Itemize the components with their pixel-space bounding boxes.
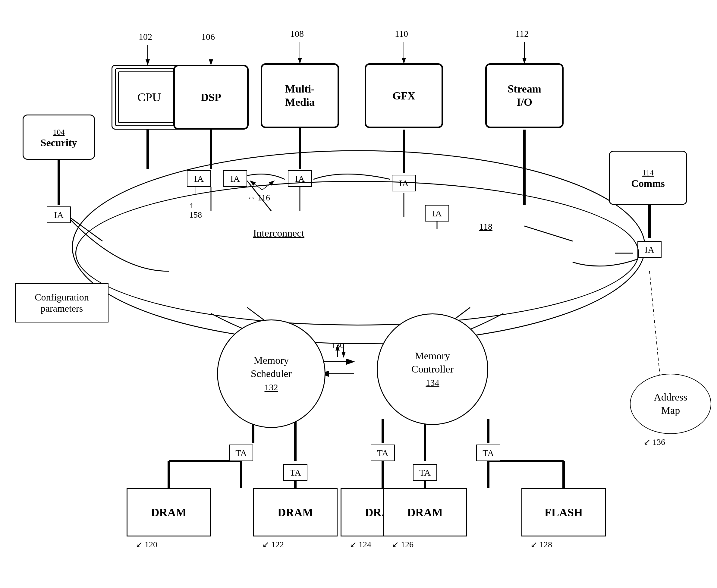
label-124: ↙ 124	[350, 540, 371, 549]
multimedia-box: Multi-Media	[261, 63, 339, 128]
ta-3: TA	[371, 444, 395, 461]
security-box: 104 Security	[23, 114, 95, 160]
label-102: 102	[139, 31, 152, 42]
cpu-box: CPU	[118, 71, 180, 123]
label-128: ↙ 128	[530, 540, 552, 549]
label-112: 112	[515, 29, 529, 39]
ta-1: TA	[229, 444, 253, 461]
flash-box: FLASH	[521, 488, 606, 537]
label-120: ↙ 120	[135, 540, 157, 549]
gfx-box: GFX	[365, 63, 443, 128]
label-106: 106	[201, 31, 215, 42]
ta-4: TA	[413, 464, 437, 481]
ia-dsp-mm: IA	[223, 170, 247, 187]
ia-comms: IA	[637, 241, 661, 258]
label-110: 110	[395, 29, 408, 39]
ia-cpu-dsp: IA	[187, 170, 211, 187]
label-126: ↙ 126	[392, 540, 414, 549]
dram-4-box: DRAM	[383, 488, 467, 537]
label-118: 118	[479, 222, 492, 232]
interconnect-cloud	[75, 181, 639, 326]
ta-5: TA	[476, 444, 500, 461]
dsp-box: DSP	[173, 65, 249, 130]
memory-controller-node: MemoryController134	[377, 313, 488, 425]
stream-io-box: StreamI/O	[485, 63, 564, 128]
label-130: 130	[332, 340, 344, 350]
label-136: ↙ 136	[644, 437, 665, 447]
dram-2-box: DRAM	[253, 488, 338, 537]
interconnect-label: Interconnect	[253, 228, 304, 239]
address-map-node: AddressMap	[630, 374, 711, 434]
label-122: ↙ 122	[262, 540, 284, 549]
dram-1-box: DRAM	[127, 488, 211, 537]
label-108: 108	[290, 29, 304, 39]
ta-2: TA	[283, 464, 308, 481]
comms-box: 114 Comms	[609, 151, 687, 205]
config-params-box: Configuration parameters	[15, 283, 108, 322]
memory-scheduler-node: MemoryScheduler132	[217, 319, 325, 428]
ia-security: IA	[47, 207, 71, 223]
